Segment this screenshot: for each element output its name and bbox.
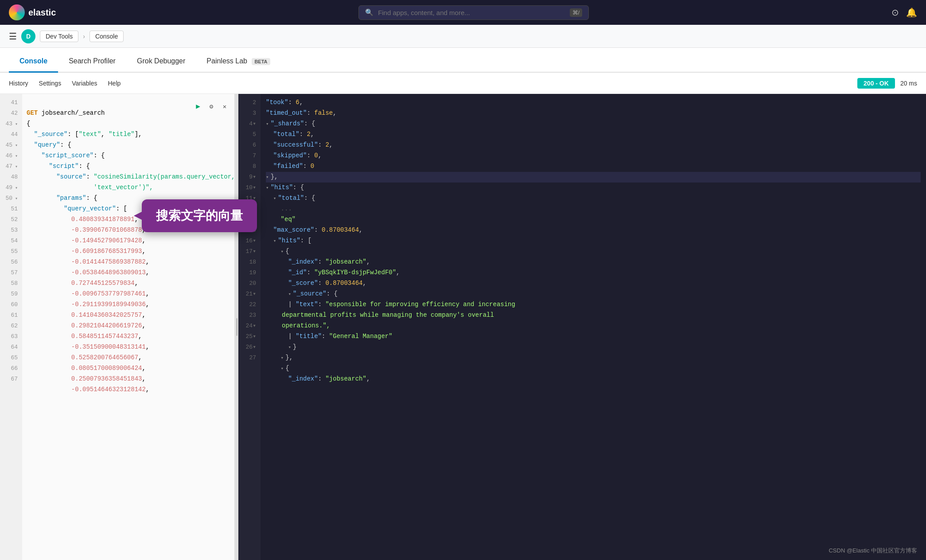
code-line-63: -0.35150900048313141, — [27, 342, 231, 353]
code-line-62: 0.5848511457443237, — [27, 331, 231, 342]
elastic-logo[interactable]: elastic — [9, 4, 56, 20]
out-ellip2: "eq" — [266, 214, 921, 225]
toolbar-settings[interactable]: Settings — [39, 78, 62, 89]
out-24: ▾} — [266, 342, 921, 353]
out-20: "_score": 0.87003464, — [266, 278, 921, 289]
out-11: ▾"total": { — [266, 193, 921, 204]
ln-47: 47▾ — [0, 161, 22, 172]
tabs-bar: Console Search Profiler Grok Debugger Pa… — [0, 48, 926, 73]
divider-handle — [236, 318, 237, 336]
hamburger-menu[interactable]: ☰ — [9, 31, 17, 42]
ln-60: 60 — [0, 299, 22, 310]
navbar-right: ⊙ 🔔 — [891, 7, 917, 18]
copy-as-curl-button[interactable]: ⚙ — [206, 101, 217, 112]
out-15: "max_score": 0.87003464, — [266, 225, 921, 236]
out-17: ▾{ — [266, 246, 921, 257]
out-5: "total": 2, — [266, 129, 921, 140]
tab-search-profiler[interactable]: Search Profiler — [58, 57, 126, 73]
ln-64: 64 — [0, 342, 22, 353]
oln-26: 26▾ — [238, 342, 261, 353]
oln-19: 19 — [238, 268, 261, 278]
out-25: ▾}, — [266, 353, 921, 363]
oln-25: 25▾ — [238, 331, 261, 342]
oln-6: 6 — [238, 140, 261, 151]
out-3: "timed_out": false, — [266, 108, 921, 119]
code-line-65: 0.08051700089006424, — [27, 363, 231, 374]
code-line-57: 0.727445125579834, — [27, 278, 231, 289]
panel-divider[interactable] — [235, 94, 238, 560]
watermark: CSDN @Elastic 中国社区官方博客 — [829, 547, 917, 555]
breadcrumb-devtools[interactable]: Dev Tools — [40, 31, 78, 42]
help-icon[interactable]: ⊙ — [891, 7, 899, 18]
response-time: 20 ms — [900, 80, 917, 87]
ln-44: 44 — [0, 129, 22, 140]
code-line-66: 0.25007936358451843, — [27, 374, 231, 385]
out-27: "_index": "jobsearch", — [266, 374, 921, 385]
oln-5: 5 — [238, 129, 261, 140]
oln-10: 10▾ — [238, 183, 261, 193]
action-icons: ▶ ⚙ ✕ — [193, 101, 230, 112]
ln-53: 53 — [0, 225, 22, 236]
navbar-left: elastic — [9, 4, 56, 20]
user-avatar[interactable]: D — [21, 29, 35, 43]
toolbar-variables[interactable]: Variables — [72, 78, 97, 89]
editor-panel[interactable]: 41 42 43▾ 44 45▾ 46▾ 47▾ 48 49▾ 50▾ 51 5… — [0, 94, 235, 560]
oln-20: 20 — [238, 278, 261, 289]
out-ellip1: ... — [266, 204, 921, 214]
global-search-bar[interactable]: 🔍 ⌘/ — [358, 5, 589, 20]
search-icon: 🔍 — [365, 8, 374, 16]
output-panel: 2 3 4▾ 5 6 7 8 9▾ 10▾ 11▾ ... ... 15 16▾… — [238, 94, 926, 560]
oln-3: 3 — [238, 108, 261, 119]
ln-49: 49▾ — [0, 183, 22, 193]
code-line-48b: 'text_vector')", — [27, 183, 231, 193]
oln-9: 9▾ — [238, 172, 261, 183]
code-line-48: "source": "cosineSimilarity(params.query… — [27, 172, 231, 183]
oln-23: 23 — [238, 310, 261, 321]
oln-18: 18 — [238, 257, 261, 268]
oln-8: 8 — [238, 161, 261, 172]
tab-console[interactable]: Console — [9, 57, 58, 73]
code-line-60: 0.14104360342025757, — [27, 310, 231, 321]
out-19: "_id": "yBSqkIYB-dsjpFwJedF0", — [266, 268, 921, 278]
oln-17: 17▾ — [238, 246, 261, 257]
code-line-53: -0.1494527906179428, — [27, 236, 231, 246]
tab-grok-debugger[interactable]: Grok Debugger — [126, 57, 196, 73]
oln-16: 16▾ — [238, 236, 261, 246]
out-9: ▾}, — [266, 172, 921, 183]
ln-43: 43▾ — [0, 119, 22, 129]
toolbar-help[interactable]: Help — [108, 78, 121, 89]
ln-50: 50▾ — [0, 193, 22, 204]
toolbar: History Settings Variables Help 200 - OK… — [0, 73, 926, 94]
code-line-64: 0.5258200764656067, — [27, 353, 231, 363]
collapse-button[interactable]: ✕ — [219, 101, 230, 112]
out-16: ▾"hits": [ — [266, 236, 921, 246]
search-input[interactable] — [378, 9, 565, 16]
oln-7: 7 — [238, 151, 261, 161]
ln-66: 66 — [0, 363, 22, 374]
code-line-44: "_source": ["text", "title"], — [27, 129, 231, 140]
oln-4: 4▾ — [238, 119, 261, 129]
search-shortcut: ⌘/ — [570, 8, 583, 17]
toolbar-history[interactable]: History — [9, 78, 28, 89]
code-line-54: -0.6091867685317993, — [27, 246, 231, 257]
ln-46: 46▾ — [0, 151, 22, 161]
code-line-46: "script_score": { — [27, 151, 231, 161]
out-10: ▾"hits": { — [266, 183, 921, 193]
output-line-numbers: 2 3 4▾ 5 6 7 8 9▾ 10▾ 11▾ ... ... 15 16▾… — [238, 94, 261, 560]
breadcrumb-console[interactable]: Console — [89, 31, 124, 42]
ln-62: 62 — [0, 321, 22, 331]
run-button[interactable]: ▶ — [193, 101, 203, 112]
oln-22: 22 — [238, 299, 261, 310]
code-line-67: -0.09514646323128142, — [27, 385, 231, 395]
status-area: 200 - OK 20 ms — [857, 78, 917, 89]
editor-line-numbers: 41 42 43▾ 44 45▾ 46▾ 47▾ 48 49▾ 50▾ 51 5… — [0, 94, 22, 560]
ln-59: 59 — [0, 289, 22, 299]
out-22b: departmental profits while managing the … — [266, 310, 921, 321]
code-line-55: -0.01414475869387882, — [27, 257, 231, 268]
ln-65: 65 — [0, 353, 22, 363]
code-line-47: "script": { — [27, 161, 231, 172]
tab-painless-lab[interactable]: Painless Lab BETA — [196, 57, 280, 73]
code-line-59: -0.29119399189949036, — [27, 299, 231, 310]
notification-icon[interactable]: 🔔 — [906, 7, 917, 18]
editor-code-content[interactable]: GET jobsearch/_search { "_source": ["tex… — [22, 94, 234, 560]
